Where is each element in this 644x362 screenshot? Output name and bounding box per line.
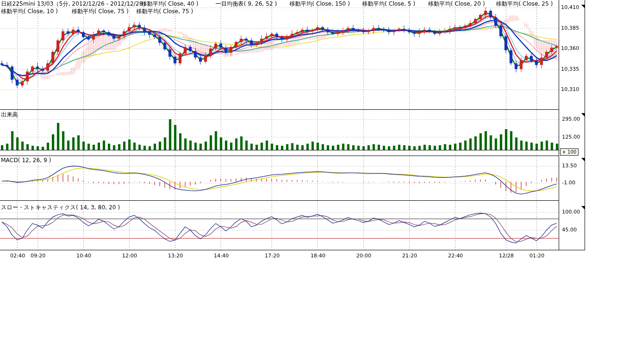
chart-label-layer: 日経225mini 13/03（5分, 2012/12/26 - 2012/12… [0, 0, 644, 362]
indicator-legend-item: 移動平均( Close, 150 ) [289, 0, 350, 7]
indicator-legend-item: 一目均衡表( 9, 26, 52 ) [215, 0, 277, 7]
time-axis-label: 01:20 [528, 253, 545, 259]
price-axis-label: 10,385 [561, 25, 579, 31]
volume-panel-label: 出来高 [1, 111, 18, 119]
indicator-legend-item: 移動平均( Close, 20 ) [428, 0, 485, 7]
indicator-legend-item: 移動平均( Close, 25 ) [496, 0, 553, 7]
stoch-panel-label: スロー・ストキャスティクス( 14, 3, 80, 20 ) [1, 204, 120, 212]
time-axis-label: 21:20 [401, 253, 418, 259]
price-axis-label: 10,410 [561, 4, 579, 10]
time-axis-label: 13:20 [167, 253, 184, 259]
indicator-legend-item: 日経225mini 13/03（5分, 2012/12/26 - 2012/12… [1, 0, 149, 7]
panel-resize-handle-stoch[interactable] [581, 206, 585, 210]
indicator-legend-item: 移動平均( Close, 75 ) [136, 8, 193, 15]
time-axis-label: 18:40 [309, 253, 326, 259]
panel-resize-handle-main[interactable] [581, 5, 585, 8]
indicator-legend-item: 移動平均( Close, 5 ) [362, 0, 415, 7]
time-axis-label: 14:40 [213, 253, 230, 259]
time-axis-label: 22:40 [447, 253, 464, 259]
volume-axis-label: 125.00 [562, 134, 580, 140]
macd-axis-label: 13.50 [562, 163, 577, 169]
indicator-legend-item: 移動平均( Close, 75 ) [72, 8, 129, 15]
stoch-axis-label: 45.00 [562, 227, 577, 233]
time-axis-label: 02:40 [9, 253, 26, 259]
price-axis-label: 10,310 [561, 86, 579, 92]
macd-panel-label: MACD( 12, 26, 9 ) [1, 157, 51, 164]
time-axis-label: 20:00 [355, 253, 372, 259]
time-axis-label: 17:20 [264, 253, 281, 259]
indicator-legend-item: 移動平均( Close, 10 ) [1, 8, 58, 15]
price-axis-label: 10,360 [561, 45, 579, 51]
macd-axis-label: -1.00 [562, 180, 575, 186]
price-axis-label: 10,335 [561, 66, 579, 72]
panel-resize-handle-volume[interactable] [581, 113, 585, 117]
time-axis-label: 09:20 [30, 253, 47, 259]
stoch-axis-label: 100.00 [562, 209, 580, 215]
panel-resize-handle-macd[interactable] [581, 158, 585, 162]
indicator-legend-row-2: 移動平均( Close, 10 )移動平均( Close, 75 )移動平均( … [0, 8, 644, 15]
trading-chart-window: 日経225mini 13/03（5分, 2012/12/26 - 2012/12… [0, 0, 644, 362]
time-axis-label: 10:40 [75, 253, 92, 259]
indicator-legend-item: 移動平均( Close, 40 ) [141, 0, 198, 7]
time-axis-label: 12:00 [121, 253, 138, 259]
volume-axis-label: 295.00 [562, 116, 580, 122]
time-axis-label: 12/28 [498, 253, 515, 259]
volume-multiplier-badge: × 100 [560, 148, 578, 156]
indicator-legend-row-1: 日経225mini 13/03（5分, 2012/12/26 - 2012/12… [0, 0, 644, 8]
